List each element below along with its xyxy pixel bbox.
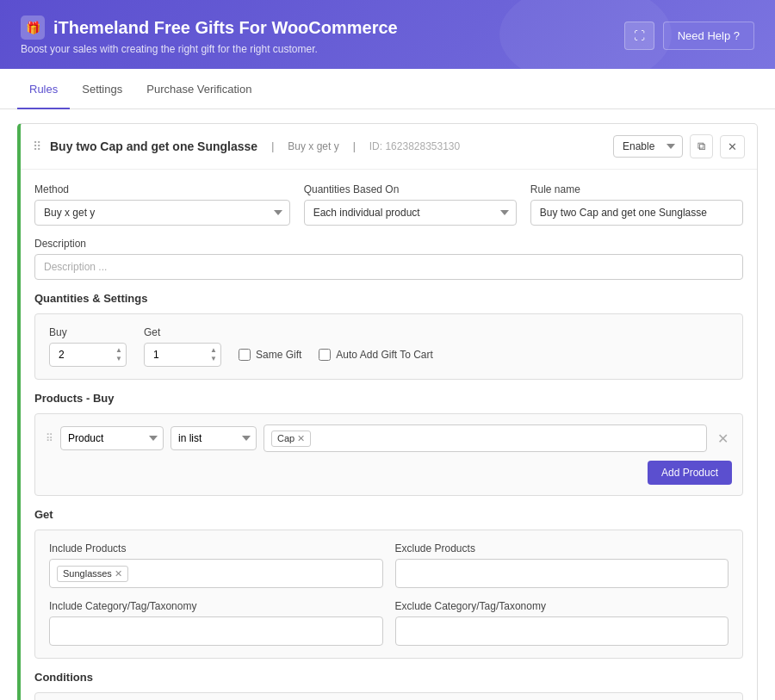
same-gift-group: Same Gift [239,349,301,361]
product-row: ⠿ Product Category Tag in list not in li… [46,424,732,452]
rule-name-label: Rule name [530,183,743,195]
product-tag-remove[interactable]: ✕ [297,433,305,444]
same-gift-checkbox[interactable] [239,349,251,361]
include-category-group: Include Category/Tag/Taxonomy [49,600,383,646]
description-input[interactable] [34,254,743,280]
quantities-inner: Buy ▲ ▼ Get [49,326,728,367]
buy-group: Buy ▲ ▼ [49,326,127,367]
app-icon: 🎁 [21,15,45,40]
get-box: Include Products Sunglasses ✕ Exclude Pr… [34,530,743,659]
quantities-based-label: Quantities Based On [304,183,517,195]
help-button[interactable]: Need Help ? [663,22,754,50]
exclude-category-group: Exclude Category/Tag/Taxonomy [395,600,729,646]
rule-copy-button[interactable]: ⧉ [690,134,713,158]
include-category-label: Include Category/Tag/Taxonomy [49,600,383,612]
exclude-category-input[interactable] [395,616,729,646]
rule-title: Buy two Cap and get one Sunglasse [50,139,257,153]
buy-down[interactable]: ▼ [113,355,125,363]
rule-close-button[interactable]: ✕ [720,135,745,158]
get-qty-group: Get ▲ ▼ [144,326,221,367]
include-products-input[interactable]: Sunglasses ✕ [49,559,383,588]
tab-purchase-verification[interactable]: Purchase Verification [134,69,264,109]
products-buy-box: ⠿ Product Category Tag in list not in li… [34,413,743,496]
rule-meta-sep2: | [353,140,356,152]
get-grid: Include Products Sunglasses ✕ Exclude Pr… [49,542,728,646]
add-product-row: Add Product [46,461,732,485]
buy-spinners: ▲ ▼ [113,346,125,363]
rule-card: ⠿ Buy two Cap and get one Sunglasse | Bu… [17,123,758,700]
rule-header: ⠿ Buy two Cap and get one Sunglasse | Bu… [21,124,757,170]
exclude-products-group: Exclude Products [395,542,729,588]
conditions-label: Conditions [34,671,743,684]
include-products-label: Include Products [49,542,383,554]
product-tag: Cap ✕ [271,431,311,447]
app-header: 🎁 iThemeland Free Gifts For WooCommerce … [0,0,775,69]
description-label: Description [34,238,743,250]
include-category-input[interactable] [49,616,383,646]
method-row: Method Buy x get y Buy x get x Spend y g… [34,183,743,226]
get-up[interactable]: ▲ [208,346,220,355]
main-container: Rules Settings Purchase Verification ⠿ B… [0,69,775,700]
description-group: Description [34,238,743,280]
add-product-button[interactable]: Add Product [648,461,732,485]
fullscreen-button[interactable]: ⛶ [624,22,654,50]
tab-settings[interactable]: Settings [70,69,134,109]
get-input-wrap: ▲ ▼ [144,343,221,367]
product-tags-input[interactable]: Cap ✕ [264,424,707,452]
rule-name-input[interactable] [530,200,743,226]
buy-input-wrap: ▲ ▼ [49,343,127,367]
include-product-tag: Sunglasses ✕ [57,566,128,582]
include-product-tag-label: Sunglasses [63,568,112,579]
auto-add-label[interactable]: Auto Add Gift To Cart [336,349,433,361]
product-row-remove[interactable]: ✕ [714,431,732,447]
method-select[interactable]: Buy x get y Buy x get x Spend y get x [34,200,290,226]
conditions-section: Conditions Add Condition [34,671,743,700]
quantities-settings-box: Buy ▲ ▼ Get [34,313,743,380]
product-type-select[interactable]: Product Category Tag [60,426,164,450]
rule-id: ID: 1623828353130 [369,140,460,152]
rule-name-group: Rule name [530,183,743,226]
page-content: ⠿ Buy two Cap and get one Sunglasse | Bu… [0,109,775,700]
exclude-products-input[interactable] [395,559,729,588]
include-products-group: Include Products Sunglasses ✕ [49,542,383,588]
quantities-settings-label: Quantities & Settings [34,292,743,305]
app-title: 🎁 iThemeland Free Gifts For WooCommerce [21,15,398,40]
product-condition-select[interactable]: in list not in list [170,426,257,450]
products-buy-label: Products - Buy [34,392,743,405]
rule-method: Buy x get y [288,140,338,152]
include-product-tag-remove[interactable]: ✕ [115,568,122,579]
same-gift-label[interactable]: Same Gift [256,349,301,361]
quantities-based-group: Quantities Based On Each individual prod… [304,183,517,226]
method-group: Method Buy x get y Buy x get x Spend y g… [34,183,290,226]
product-tag-label: Cap [277,433,294,443]
rule-meta-separator: | [271,140,274,152]
method-label: Method [34,183,290,195]
exclude-products-label: Exclude Products [395,542,729,554]
product-drag-handle[interactable]: ⠿ [46,432,53,444]
get-section: Get Include Products Sunglasses ✕ [34,508,743,659]
get-spinners: ▲ ▼ [208,346,220,363]
auto-add-checkbox[interactable] [319,349,331,361]
rule-body: Method Buy x get y Buy x get x Spend y g… [21,170,757,700]
products-buy-section: Products - Buy ⠿ Product Category Tag in… [34,392,743,496]
app-subtitle: Boost your sales with creating the right… [21,43,318,55]
get-qty-label: Get [144,326,221,338]
get-section-label: Get [34,508,743,521]
quantities-based-select[interactable]: Each individual product Total quantity E… [304,200,517,226]
header-right: ⛶ Need Help ? [624,22,754,50]
get-down[interactable]: ▼ [208,355,220,363]
buy-up[interactable]: ▲ [113,346,125,355]
tab-rules[interactable]: Rules [17,69,70,109]
exclude-category-label: Exclude Category/Tag/Taxonomy [395,600,729,612]
header-left: 🎁 iThemeland Free Gifts For WooCommerce … [21,15,398,55]
rule-drag-handle[interactable]: ⠿ [33,139,41,153]
rule-status-select[interactable]: Enable Disable [613,135,683,158]
conditions-box: Add Condition [34,692,743,700]
auto-add-group: Auto Add Gift To Cart [319,349,433,361]
buy-label: Buy [49,326,127,338]
tabs-bar: Rules Settings Purchase Verification [0,69,775,109]
rule-header-actions: Enable Disable ⧉ ✕ [613,134,745,158]
